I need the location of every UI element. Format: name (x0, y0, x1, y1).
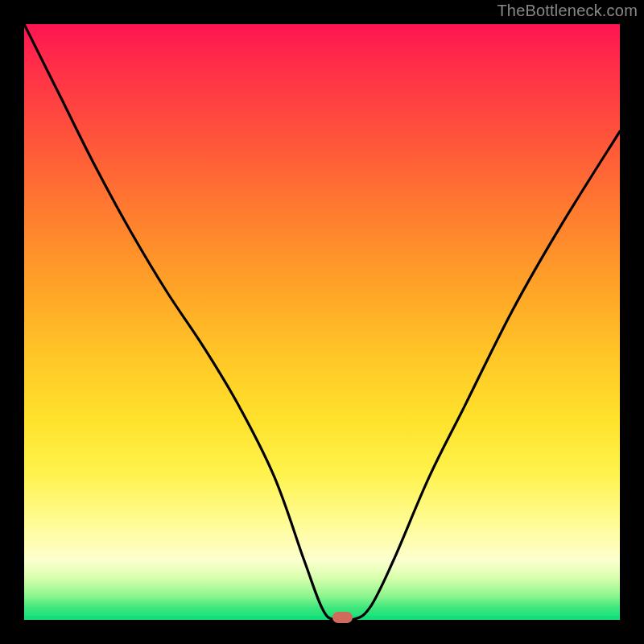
curve-svg (24, 24, 620, 620)
bottleneck-curve (24, 24, 620, 620)
chart-frame: TheBottleneck.com (0, 0, 644, 644)
plot-area (24, 24, 620, 620)
watermark-text: TheBottleneck.com (497, 2, 638, 20)
optimum-marker (332, 612, 353, 623)
